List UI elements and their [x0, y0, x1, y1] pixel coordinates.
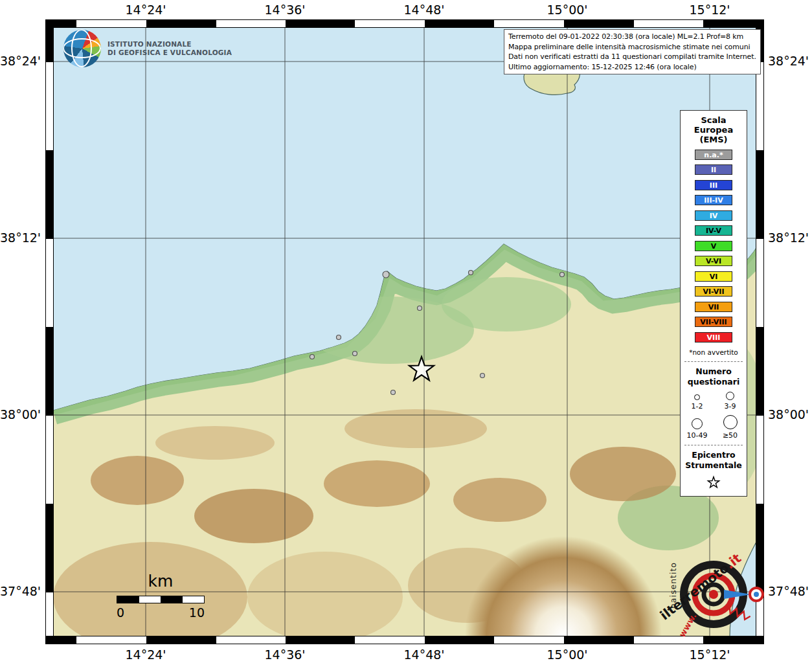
questionnaire-dot	[337, 335, 341, 340]
legend-level-vi-vii: VI-VII	[695, 286, 732, 297]
questionnaire-dot	[353, 352, 357, 356]
macroseismic-map-page: 14°24' 14°36' 14°48' 15°00' 15°12' 14°24…	[0, 0, 812, 663]
questionnaire-legend-title: Numero questionari	[681, 366, 747, 387]
institute-name-line1: ISTITUTO NAZIONALE	[107, 40, 232, 49]
scale-segment	[183, 596, 205, 603]
scale-segment	[117, 596, 139, 603]
circle-size-4-icon	[723, 415, 738, 429]
legend-level-viii: VIII	[695, 332, 732, 343]
epicenter-star-icon	[706, 475, 721, 490]
lat-label-right-2: 38°00'	[768, 407, 812, 421]
scale-segment	[161, 596, 183, 603]
circle-size-3-icon	[692, 418, 703, 429]
scale-start-label: 0	[117, 605, 124, 620]
lon-label-bottom-0: 14°24'	[117, 647, 175, 662]
scale-bar-graphic	[117, 596, 205, 603]
lon-label-top-0: 14°24'	[117, 3, 175, 17]
event-title: Terremoto del 09-01-2022 02:30:38 (ora l…	[508, 32, 756, 42]
legend-level-iii: III	[695, 180, 732, 190]
questionnaire-dot	[418, 306, 422, 311]
scale-segment	[139, 596, 161, 603]
data-source-note: Dati non verificati estratti da 11 quest…	[508, 52, 756, 62]
lat-label-left-0: 38°24'	[0, 54, 40, 68]
legend-level-iii-iv: III-IV	[695, 195, 732, 205]
lat-label-right-0: 38°24'	[768, 54, 812, 68]
questionnaire-dot	[383, 271, 389, 278]
legend-divider	[684, 445, 743, 445]
map-scale-bar: km 0 10	[117, 572, 205, 620]
legend-level-v: V	[695, 241, 732, 251]
scale-unit-label: km	[117, 572, 205, 590]
lon-label-top-4: 15°12'	[681, 3, 739, 17]
questionnaire-dot	[310, 355, 315, 359]
lon-label-bottom-2: 14°48'	[395, 647, 453, 662]
terrain-map	[53, 27, 756, 636]
questionnaire-dot	[391, 390, 396, 395]
questionnaire-class-2: 3-9	[714, 392, 747, 410]
institute-name-line2: DI GEOFISICA E VULCANOLOGIA	[107, 49, 232, 57]
watermark-vertical-text: haisentito	[668, 562, 678, 609]
circle-size-1-icon	[694, 394, 700, 400]
frame-band-top	[46, 20, 763, 28]
legend-level-na: n.a.*	[695, 150, 732, 160]
map-canvas	[53, 27, 756, 636]
legend-level-vii-viii: VII-VIII	[695, 317, 732, 327]
legend-level-vi: VI	[695, 271, 732, 282]
legend-level-vii: VII	[695, 302, 732, 312]
legend-level-v-vi: V-VI	[695, 256, 732, 266]
scale-bar-labels: 0 10	[117, 605, 205, 620]
event-info-box: Terremoto del 09-01-2022 02:30:38 (ora l…	[504, 29, 761, 74]
circle-size-2-icon	[726, 392, 734, 400]
questionnaire-class-4-label: ≥50	[723, 431, 738, 440]
legend-level-ii: II	[695, 164, 732, 175]
questionnaire-size-legend: 1-2 3-9 10-49 ≥50	[681, 392, 747, 440]
questionnaire-class-4: ≥50	[714, 415, 747, 440]
questionnaire-dot	[560, 273, 565, 277]
questionnaire-class-3-label: 10-49	[687, 431, 708, 440]
lon-label-bottom-1: 14°36'	[256, 647, 314, 662]
legend-level-iv: IV	[695, 210, 732, 221]
map-description: Mappa preliminare delle intensità macros…	[508, 42, 756, 52]
legend-title: Scala Europea (EMS)	[681, 115, 747, 144]
watermark-logo: ilterremoto.it haisentito www.	[655, 545, 795, 646]
lat-label-left-1: 38°12'	[0, 230, 40, 245]
lon-label-top-2: 14°48'	[395, 3, 453, 17]
questionnaire-class-2-label: 3-9	[725, 402, 736, 410]
questionnaire-class-1-label: 1-2	[692, 402, 703, 410]
frame-band-left	[46, 20, 54, 644]
last-update: Ultimo aggiornamento: 15-12-2025 12:46 (…	[508, 62, 756, 73]
questionnaire-class-1: 1-2	[681, 392, 714, 410]
lat-label-left-2: 38°00'	[0, 407, 40, 421]
lon-label-top-3: 15°00'	[538, 3, 596, 17]
legend-level-iv-v: IV-V	[695, 225, 732, 236]
epicenter-legend-title: Epicentro Strumentale	[681, 450, 747, 471]
legend-footnote: *non avvertito	[681, 348, 747, 356]
ingv-globe-icon	[63, 30, 101, 67]
legend-divider	[684, 361, 743, 362]
lat-label-left-3: 37°48'	[0, 584, 40, 598]
questionnaire-dot	[469, 271, 473, 275]
legend-panel: Scala Europea (EMS) n.a.* II III III-IV …	[680, 110, 747, 497]
ingv-logo: ISTITUTO NAZIONALE DI GEOFISICA E VULCAN…	[63, 30, 232, 67]
lon-label-bottom-4: 15°12'	[681, 647, 739, 662]
questionnaire-dot	[480, 374, 485, 378]
lon-label-top-1: 14°36'	[256, 3, 314, 17]
lon-label-bottom-3: 15°00'	[538, 647, 596, 662]
scale-end-label: 10	[189, 605, 205, 620]
ingv-logo-text: ISTITUTO NAZIONALE DI GEOFISICA E VULCAN…	[107, 40, 232, 57]
lat-label-right-1: 38°12'	[768, 230, 812, 245]
questionnaire-class-3: 10-49	[681, 415, 714, 440]
